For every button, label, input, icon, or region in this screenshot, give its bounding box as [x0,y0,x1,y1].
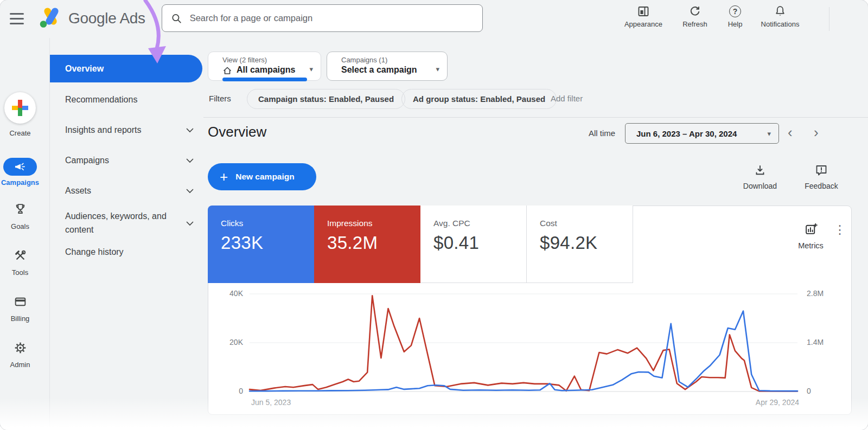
left-axis-tick-0: 0 [210,387,243,395]
download-icon [754,164,767,177]
topbar-divider [829,7,829,31]
appearance-button[interactable]: Appearance [619,4,668,28]
right-axis-tick-0: 0 [807,387,839,395]
caret-down-icon: ▾ [309,65,313,73]
rail-item-campaigns[interactable] [3,158,37,176]
view-active-indicator [222,78,307,81]
metrics-button[interactable]: Metrics [788,222,834,250]
x-axis-start-label: Jun 5, 2023 [251,398,291,407]
campaign-select-dropdown[interactable]: Campaigns (1) Select a campaign ▾ [327,52,448,81]
time-label: All time [589,129,615,138]
help-button[interactable]: ? Help [711,4,760,28]
filters-label: Filters [209,94,231,103]
main-menu-icon[interactable] [10,13,24,28]
metrics-icon [804,222,818,236]
feedback-button[interactable]: Feedback [792,164,851,190]
add-filter-button[interactable]: Add filter [551,94,583,103]
rail-item-billing-label[interactable]: Billing [0,315,40,323]
caret-down-icon: ▾ [767,130,771,138]
home-icon [222,66,232,75]
date-range-picker[interactable]: Jun 6, 2023 – Apr 30, 2024 ▾ [625,123,779,144]
plus-icon: + [220,169,228,185]
goals-icon[interactable] [14,202,27,218]
brand-title: Google Ads [68,10,145,27]
chevron-down-icon [186,221,194,226]
scorecard-cost[interactable]: Cost $94.2K [527,206,633,283]
performance-chart[interactable] [250,290,797,396]
nav-item-change-history[interactable]: Change history [50,245,203,260]
left-axis-tick-20k: 20K [210,338,243,346]
chevron-down-icon [186,158,194,163]
billing-icon[interactable] [14,295,27,311]
new-campaign-button[interactable]: + New campaign [208,163,316,190]
rail-item-create-label[interactable]: Create [0,129,40,137]
notifications-icon [756,4,805,18]
filter-chip-campaign-status[interactable]: Campaign status: Enabled, Paused [247,89,405,109]
google-ads-logo [39,6,64,30]
admin-gear-icon[interactable] [14,341,27,357]
appearance-icon [619,4,668,18]
chevron-down-icon [186,128,194,133]
x-axis-end-label: Apr 29, 2024 [748,398,799,407]
nav-item-audiences-keywords-content[interactable]: Audiences, keywords, and content [50,209,203,238]
clicks-line [250,311,797,392]
impressions-line [250,296,797,391]
rail-item-tools-label[interactable]: Tools [0,268,40,277]
previous-period-button[interactable]: ‹ [788,124,793,141]
caret-down-icon: ▾ [436,65,439,73]
scorecard-clicks[interactable]: Clicks 233K [208,206,314,283]
help-icon: ? [711,4,760,18]
rail-item-goals-label[interactable]: Goals [0,222,40,230]
rail-item-campaigns-label[interactable]: Campaigns [0,178,40,187]
next-period-button[interactable]: › [814,124,819,141]
tools-icon[interactable] [14,249,27,265]
notifications-button[interactable]: Notifications [756,4,805,28]
nav-item-assets[interactable]: Assets [50,183,203,198]
right-axis-tick-28m: 2.8M [807,289,839,298]
rail-item-admin-label[interactable]: Admin [0,361,40,369]
page-title: Overview [208,124,266,140]
more-options-icon[interactable]: ⋮ [834,224,846,236]
megaphone-icon [14,162,26,172]
nav-item-campaigns[interactable]: Campaigns [50,153,203,168]
google-ads-app: Google Ads Appearance Refresh ? [0,0,868,430]
left-axis-tick-40k: 40K [210,289,243,298]
filter-chip-ad-group-status[interactable]: Ad group status: Enabled, Paused [401,89,557,109]
chevron-down-icon [186,189,194,194]
nav-item-recommendations[interactable]: Recommendations [50,92,203,107]
search-input[interactable] [190,13,474,23]
navigation-rail: Create Campaigns Goals [0,38,50,430]
section-divider [203,117,868,118]
nav-item-insights-and-reports[interactable]: Insights and reports [50,123,203,138]
scorecard-impressions[interactable]: Impressions 35.2M [314,206,420,283]
create-plus-icon [12,100,28,116]
feedback-icon [815,164,828,177]
right-axis-tick-14m: 1.4M [807,338,839,346]
view-dropdown[interactable]: View (2 filters) All campaigns ▾ [208,52,321,81]
scorecard-avg-cpc[interactable]: Avg. CPC $0.41 [420,206,527,283]
download-button[interactable]: Download [730,164,790,190]
search-icon [171,12,182,24]
create-button[interactable] [4,92,36,124]
global-search[interactable] [162,4,483,32]
nav-item-overview[interactable]: Overview [50,55,202,82]
